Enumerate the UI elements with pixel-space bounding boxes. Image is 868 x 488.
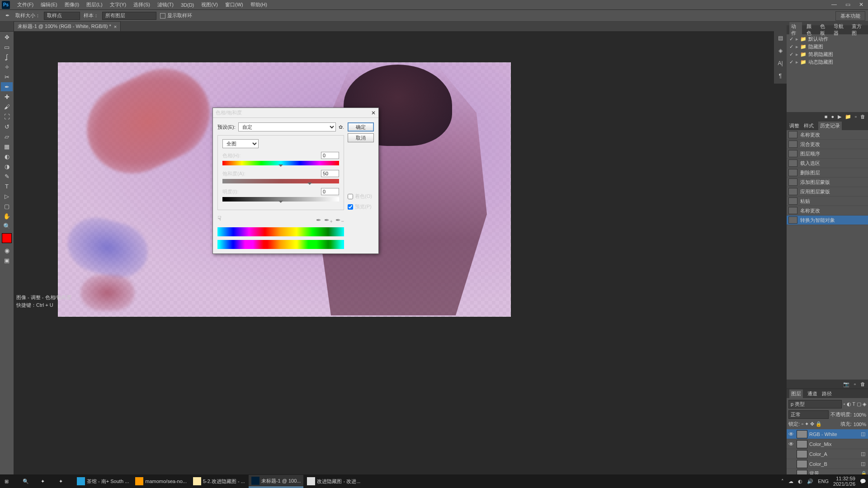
lightness-input[interactable]	[321, 188, 339, 195]
dialog-titlebar[interactable]: 色相/饱和度 ✕	[213, 108, 378, 118]
tab-channels[interactable]: 通道	[807, 390, 817, 397]
tab-layers[interactable]: 图层	[789, 389, 803, 398]
stop-icon[interactable]: ■	[825, 114, 828, 119]
tab-history[interactable]: 历史记录	[818, 122, 842, 130]
action-row[interactable]: ✓▸📁默认动作	[787, 35, 868, 43]
document-tab[interactable]: 未标题-1 @ 100% (RGB - White, RGB/8) * ×	[14, 21, 121, 32]
taskbar-app[interactable]: 茶馆 - 南+ South ...	[74, 475, 132, 488]
trash-icon[interactable]: 🗑	[860, 114, 865, 119]
menu-layer[interactable]: 图层(L)	[83, 1, 106, 8]
move-tool[interactable]: ✥	[1, 33, 13, 42]
taskbar-app[interactable]: mamomo/sea-no...	[132, 475, 189, 488]
action-row[interactable]: ✓▸📁简易隐藏图	[787, 51, 868, 58]
histogram-icon[interactable]: ▤	[775, 33, 785, 43]
layer-row[interactable]: Color_A◫	[787, 449, 868, 459]
action-row[interactable]: ✓▸📁动态隐藏图	[787, 58, 868, 66]
crop-tool[interactable]: ✂	[1, 72, 13, 81]
window-minimize-icon[interactable]: —	[827, 0, 841, 9]
filter-icons[interactable]: ▫ ◐ T ▢ ◈	[844, 401, 866, 407]
tab-paths[interactable]: 路径	[822, 390, 832, 397]
hue-slider[interactable]	[222, 161, 339, 165]
clock[interactable]: 11:32:592021/1/26	[833, 476, 855, 487]
history-brush-tool[interactable]: ↺	[1, 122, 13, 131]
lasso-tool[interactable]: ʆ	[1, 52, 13, 61]
marquee-tool[interactable]: ▭	[1, 42, 13, 52]
layer-filter-dropdown[interactable]: p 类型	[788, 400, 842, 408]
shape-tool[interactable]: ▢	[1, 202, 13, 211]
taskbar-app[interactable]: 改进隐藏图 - 改进...	[304, 475, 363, 488]
tray-icon[interactable]: ☁	[788, 479, 793, 484]
history-row[interactable]: 载入选区	[787, 159, 868, 168]
brush-tool[interactable]: 🖌	[1, 102, 13, 111]
new-folder-icon[interactable]: 📁	[845, 114, 851, 120]
paragraph-icon[interactable]: ¶	[775, 71, 785, 81]
layer-row[interactable]: 👁Color_Mix	[787, 439, 868, 449]
menu-type[interactable]: 文字(Y)	[106, 1, 130, 8]
blend-mode-dropdown[interactable]: 正常	[788, 410, 829, 419]
lightness-slider[interactable]	[222, 197, 339, 202]
visibility-icon[interactable]: 👁	[788, 441, 795, 447]
range-dropdown[interactable]: 全图	[222, 139, 259, 148]
fill-value[interactable]: 100%	[854, 422, 866, 427]
menu-select[interactable]: 选择(S)	[130, 1, 154, 8]
record-icon[interactable]: ●	[831, 114, 834, 119]
magic-wand-tool[interactable]: ✧	[1, 62, 13, 71]
chevron-up-icon[interactable]: ˄	[781, 479, 784, 484]
hand-tool[interactable]: ✋	[1, 211, 13, 221]
saturation-slider[interactable]	[222, 179, 339, 183]
taskbar-app[interactable]: ✦	[38, 475, 55, 488]
screen-mode-icon[interactable]: ▣	[1, 256, 13, 265]
ime-label[interactable]: ENG	[818, 479, 829, 484]
type-tool[interactable]: T	[1, 182, 13, 191]
history-row[interactable]: 转换为智能对象	[787, 216, 868, 225]
preset-dropdown[interactable]: 自定	[238, 122, 336, 131]
cancel-button[interactable]: 取消	[348, 133, 374, 142]
tray-icon[interactable]: ◐	[798, 479, 802, 484]
layer-row[interactable]: Color_B◫	[787, 459, 868, 469]
sample-size-dropdown[interactable]: 取样点	[44, 12, 80, 20]
gear-icon[interactable]: ✿.	[339, 124, 344, 130]
play-icon[interactable]: ▶	[838, 114, 841, 120]
dialog-close-icon[interactable]: ✕	[371, 110, 376, 116]
eyedropper-minus-icon[interactable]: ✒₋	[335, 216, 344, 224]
history-row[interactable]: 图层顺序	[787, 149, 868, 159]
history-row[interactable]: 混合更改	[787, 140, 868, 149]
menu-3d[interactable]: 3D(D)	[177, 2, 198, 8]
search-button[interactable]: 🔍	[20, 475, 37, 488]
tab-styles[interactable]: 样式	[804, 122, 814, 129]
history-row[interactable]: 应用图层蒙版	[787, 187, 868, 197]
new-doc-icon[interactable]: ▫	[854, 381, 856, 387]
notifications-icon[interactable]: 💬	[860, 479, 866, 484]
ok-button[interactable]: 确定	[348, 122, 374, 131]
show-ring-checkbox[interactable]	[160, 13, 165, 19]
hue-input[interactable]	[321, 152, 339, 159]
stamp-tool[interactable]: ⛶	[1, 112, 13, 121]
eyedropper-tool[interactable]: ✒	[1, 82, 13, 91]
dodge-tool[interactable]: ◑	[1, 162, 13, 171]
navigator-icon[interactable]: ◈	[775, 46, 785, 56]
start-button[interactable]: ⊞	[2, 475, 19, 488]
menu-edit[interactable]: 编辑(E)	[37, 1, 61, 8]
taskbar-app[interactable]: 5-2.改进隐藏图 - ...	[190, 475, 248, 488]
window-close-icon[interactable]: ✕	[854, 0, 868, 9]
history-row[interactable]: 名称更改	[787, 130, 868, 140]
snapshot-icon[interactable]: 📷	[843, 381, 849, 387]
workspace-pill[interactable]: 基本功能	[835, 11, 865, 21]
lock-icons[interactable]: ▫ ✦ ✥ 🔒	[802, 421, 822, 427]
new-action-icon[interactable]: ▫	[855, 114, 857, 119]
tray-icon[interactable]: 🔊	[807, 479, 813, 484]
history-row[interactable]: 添加图层蒙版	[787, 178, 868, 187]
blur-tool[interactable]: ◐	[1, 152, 13, 161]
action-row[interactable]: ✓▸📁隐藏图	[787, 43, 868, 51]
visibility-icon[interactable]: 👁	[788, 431, 795, 437]
foreground-color-swatch[interactable]	[2, 233, 12, 243]
character-icon[interactable]: A|	[775, 58, 785, 68]
preview-checkbox[interactable]	[348, 204, 353, 210]
pen-tool[interactable]: ✎	[1, 172, 13, 181]
quick-mask-icon[interactable]: ◉	[1, 246, 13, 255]
layer-row[interactable]: 👁RGB - White◫	[787, 429, 868, 439]
menu-window[interactable]: 窗口(W)	[222, 1, 247, 8]
history-row[interactable]: 粘贴	[787, 197, 868, 206]
trash-icon[interactable]: 🗑	[860, 381, 865, 387]
sample-dropdown[interactable]: 所有图层	[102, 12, 156, 20]
